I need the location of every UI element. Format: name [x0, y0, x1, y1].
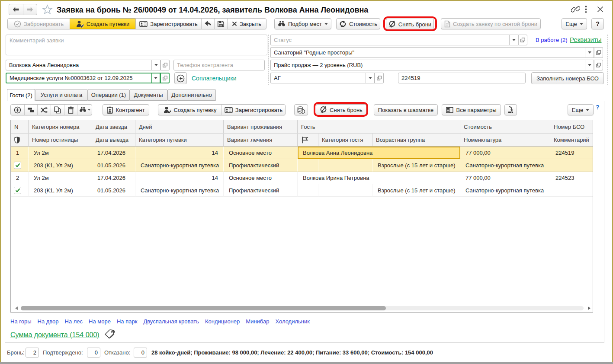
col-arrival[interactable]: Дата заезда [92, 120, 135, 133]
move-levels-button[interactable] [24, 105, 38, 115]
forward-button[interactable] [23, 4, 37, 15]
feature-link[interactable]: На парк [117, 318, 137, 325]
col-age-group[interactable]: Возрастная группа [372, 134, 460, 146]
create-voucher-button[interactable]: Создать путевку [158, 105, 221, 115]
copy-button[interactable] [51, 105, 64, 115]
favorite-star-icon[interactable] [42, 4, 53, 15]
add-row-button[interactable] [11, 105, 24, 115]
feature-link[interactable]: На двор [38, 318, 59, 325]
tab-documents[interactable]: Документы [129, 89, 167, 101]
show-in-grid-button[interactable]: Показать в шахматке [374, 104, 438, 115]
applicant-open-button[interactable] [160, 60, 170, 70]
feature-link[interactable]: На море [89, 318, 111, 325]
delete-button[interactable] [64, 105, 77, 115]
fill-bso-button[interactable]: Заполнить номера БСО [531, 72, 604, 84]
col-comment[interactable]: Комментарий [550, 134, 593, 146]
col-guest-category[interactable]: Категория гостя [318, 134, 372, 146]
checked-checkbox[interactable] [14, 187, 21, 194]
hotel-input[interactable]: Санаторий "Родные просторы" [270, 47, 585, 58]
col-treatment[interactable]: Вариант лечения [224, 134, 298, 146]
remove-bookings-button[interactable]: Снять брони [386, 19, 434, 30]
checked-checkbox[interactable] [14, 162, 21, 169]
col-shield[interactable] [11, 134, 29, 146]
book-button[interactable]: Забронировать [8, 19, 70, 29]
status-open-button[interactable] [518, 35, 527, 45]
tab-services[interactable]: Услуги и оплата [35, 89, 88, 101]
all-parameters-button[interactable]: Все параметры [442, 104, 501, 115]
back-button[interactable] [9, 4, 23, 15]
col-voucher-category[interactable]: Категория путевки [135, 134, 224, 146]
col-n[interactable]: N [11, 120, 29, 133]
agreement-dropdown-button[interactable] [151, 73, 160, 83]
feature-link[interactable]: На лес [65, 318, 83, 325]
col-guest[interactable]: Гость [298, 120, 460, 133]
applicant-dropdown-button[interactable] [151, 60, 160, 70]
feature-link[interactable]: Кондиционер [205, 318, 240, 325]
status-input[interactable]: Статус [270, 35, 509, 45]
price-type-dropdown-button[interactable] [585, 60, 594, 70]
price-type-input[interactable]: Прайс продаж — 2 уровень (RUB) [270, 60, 585, 70]
requisites-link[interactable]: Реквизиты [570, 36, 602, 43]
save-button[interactable] [214, 19, 227, 29]
tab-guests[interactable]: Гости (2) [7, 89, 35, 101]
col-bso[interactable]: Номер БСО [550, 120, 593, 133]
bso-number-input[interactable]: 224519 [398, 73, 526, 83]
seat-selection-button[interactable]: Подбор мест [274, 18, 331, 29]
menu-kebab-icon[interactable] [585, 6, 587, 13]
register-button[interactable]: Зарегистрировать [135, 19, 201, 29]
horizontal-scrollbar[interactable] [11, 305, 593, 312]
register-row-button[interactable]: Зарегистрировать [221, 105, 285, 115]
col-days[interactable]: Дней [135, 120, 224, 133]
agency-dropdown-button[interactable] [366, 73, 375, 83]
copayers-link[interactable]: Соплательщики [192, 75, 236, 82]
table-more-button[interactable]: Еще [568, 104, 594, 115]
tab-additional[interactable]: Дополнительно [167, 89, 216, 101]
hotel-open-button[interactable] [594, 47, 603, 58]
import-button[interactable] [504, 104, 517, 115]
form-splitter-right[interactable] [607, 35, 608, 85]
col-hotel-room[interactable]: Номер гостиницы [29, 134, 92, 146]
agreement-open-button[interactable] [160, 73, 170, 83]
cost-button[interactable]: Стоимость [336, 18, 380, 29]
agreement-input[interactable]: Медицинские услуги №00003632 от 12.09.20… [6, 73, 151, 83]
copayers-back-button[interactable] [174, 72, 187, 84]
phone-input[interactable]: Телефон контрагента [173, 60, 265, 70]
help-button[interactable]: ? [591, 18, 604, 29]
comment-input[interactable]: Комментарий заявки [6, 35, 267, 55]
remove-booking-button[interactable]: Снять бронь [316, 104, 366, 115]
scrollbar-thumb[interactable] [21, 306, 386, 310]
table-help-link[interactable]: ? [596, 104, 600, 111]
applicant-input[interactable]: Волкова Анна Леонидовна [6, 60, 151, 70]
booked-input[interactable]: 2 [26, 348, 39, 358]
col-stay[interactable]: Вариант проживания [224, 120, 298, 133]
create-from-removed-button[interactable]: Создать заявку по снятой брони [441, 18, 541, 29]
status-dropdown-button[interactable] [509, 35, 518, 45]
undo-button[interactable] [201, 19, 214, 29]
col-room-category[interactable]: Категория номера [29, 120, 92, 133]
tariffs-button[interactable] [294, 104, 308, 115]
search-button[interactable] [77, 105, 92, 115]
form-splitter-left[interactable] [268, 35, 269, 85]
table-row[interactable]: 1 Ул 2м 17.04.2026 14 Основное место Вол… [11, 147, 593, 159]
selected-cell[interactable]: Волкова Анна Леонидовна [298, 147, 460, 159]
get-link-icon[interactable] [571, 5, 580, 13]
feature-link[interactable]: Двуспальная кровать [143, 318, 199, 325]
scroll-left-icon[interactable] [15, 307, 18, 310]
confirmed-input[interactable]: 0 [87, 348, 100, 358]
more-button[interactable]: Еще [562, 18, 587, 29]
create-vouchers-button[interactable]: Создать путевки [70, 19, 135, 29]
document-sum-link[interactable]: Сумма документа (154 000) [10, 331, 99, 339]
feature-link[interactable]: На горы [10, 318, 32, 325]
agency-input[interactable]: АГ [270, 73, 366, 83]
table-row[interactable]: 2 Ул 2м 17.04.2026 14 Основное место Вол… [11, 172, 593, 184]
feature-link[interactable]: Холодильник [275, 318, 309, 325]
close-form-button[interactable]: Закрыть [227, 19, 266, 29]
col-flag[interactable] [298, 134, 318, 146]
table-row[interactable]: 203 (К1, Ул 2м) 01.05.2026 Санаторно-кур… [11, 159, 593, 172]
counterparty-button[interactable]: Контрагент [103, 104, 149, 115]
feature-link[interactable]: Минибар [246, 318, 269, 325]
col-nomenclature[interactable]: Номенклатура [460, 134, 550, 146]
col-cost[interactable]: Стоимость [460, 120, 550, 133]
scroll-right-icon[interactable] [588, 307, 591, 310]
declined-input[interactable]: 0 [134, 348, 147, 358]
